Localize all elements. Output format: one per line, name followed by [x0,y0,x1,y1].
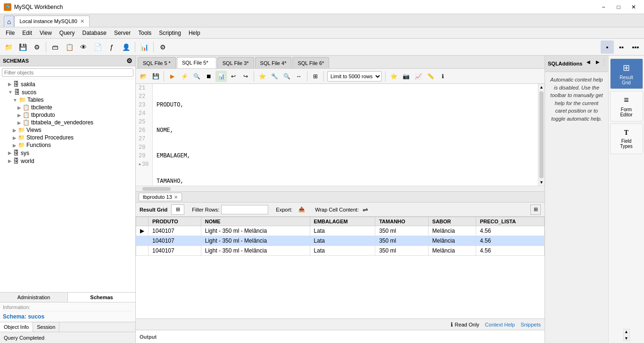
nav-forward[interactable]: ▶ [594,57,602,66]
tree-item-tbcliente[interactable]: ▶ 📋 tbcliente [0,104,135,111]
search-input[interactable] [2,68,133,77]
sql-stop[interactable]: ⏹ [203,71,215,82]
sql-profiling[interactable]: 📈 [413,71,424,82]
context-help-label[interactable]: Context Help [485,322,515,327]
tb-layout-2[interactable]: ▪▪ [615,41,628,54]
tb-save[interactable]: 💾 [16,41,29,54]
maximize-button[interactable]: □ [612,2,625,12]
scroll-up[interactable]: ▲ [538,84,545,90]
sql-tab-0[interactable]: SQL File 5 * [138,57,176,68]
app-title: MySQL Workbench [14,4,597,10]
menu-file[interactable]: File [2,28,18,38]
sql-tab-4[interactable]: SQL File 6* [292,57,329,68]
tb-settings[interactable]: ⚙ [156,41,169,54]
scroll-down[interactable]: ▼ [538,179,545,186]
tb-layout-1[interactable]: ▪ [601,41,614,54]
sql-add-bookmark[interactable]: ⭐ [256,71,268,82]
nav-bottom-object-info[interactable]: Object Info [0,322,33,332]
side-btn-result-grid[interactable]: ⊞ ResultGrid [610,58,643,89]
instance-tab-close[interactable]: ✕ [80,18,84,24]
menu-database[interactable]: Database [79,28,110,38]
result-tab-close[interactable]: ✕ [174,195,178,200]
tree-item-tables[interactable]: ▼ 📁 Tables [0,96,135,104]
sql-line[interactable]: 📏 [425,71,436,82]
menu-server[interactable]: Server [110,28,134,38]
close-button[interactable]: ✕ [627,2,640,12]
tree-item-sucos[interactable]: ▼ 🗄 sucos [0,88,135,96]
tb-new-table[interactable]: 📋 [63,41,76,54]
sql-info[interactable]: ℹ [437,71,448,82]
tree-item-stored-proc[interactable]: ▶ 📁 Stored Procedures [0,134,135,141]
sql-redo[interactable]: ↪ [240,71,251,82]
tree-item-world[interactable]: ▶ 🗄 world [0,157,135,165]
tb-new-user[interactable]: 👤 [119,41,132,54]
menu-tools[interactable]: Tools [134,28,155,38]
tb-layout-3[interactable]: ▪▪▪ [629,41,642,54]
sql-toggle-result[interactable]: 📊 [215,71,227,82]
result-options-btn[interactable]: ⊞ [530,204,541,215]
sql-open-file[interactable]: 📂 [138,71,149,82]
sql-snap[interactable]: 📷 [400,71,412,82]
sql-save[interactable]: 💾 [150,71,161,82]
tree-item-views[interactable]: ▶ 📁 Views [0,126,135,134]
tb-new-connection[interactable]: 📁 [2,41,15,54]
nav-bottom-session[interactable]: Session [33,322,59,332]
snippets-label[interactable]: Snippets [520,322,541,327]
table-row[interactable]: ▶ 1040107 Light - 350 ml - Melância Lata… [136,226,545,236]
editor-hscroll[interactable] [136,186,545,191]
side-vscroll[interactable]: ▲ ▼ [623,329,630,341]
sql-execute-all[interactable]: ▶ [166,71,178,82]
scroll-thumb[interactable] [539,91,544,178]
hscroll-thumb[interactable] [142,187,171,191]
tree-item-sakila[interactable]: ▶ 🗄 sakila [0,80,135,88]
tb-manage-connections[interactable]: ⚙ [30,41,43,54]
result-tab-tbproduto[interactable]: tbproduto 13 ✕ [139,193,182,201]
side-scroll-up[interactable]: ▲ [624,329,628,334]
instance-tab[interactable]: Local instance MySQL80 ✕ [14,16,89,27]
menu-edit[interactable]: Edit [18,28,36,38]
tree-item-tbtabela[interactable]: ▶ 📋 tbtabela_de_vendedores [0,119,135,126]
menu-scripting[interactable]: Scripting [155,28,185,38]
result-grid-icon[interactable]: ⊞ [171,204,184,215]
home-tab[interactable]: ⌂ [4,16,14,27]
menu-help[interactable]: Help [185,28,204,38]
tb-new-function[interactable]: ƒ [105,41,118,54]
tree-item-sys[interactable]: ▶ 🗄 sys [0,149,135,157]
nav-back[interactable]: ◀ [584,57,593,66]
sql-format[interactable]: 🔧 [269,71,280,82]
nav-tab-schemas[interactable]: Schemas [68,293,135,302]
sql-tab-3[interactable]: SQL File 4* [255,57,292,68]
sql-undo[interactable]: ↩ [228,71,239,82]
sql-replace[interactable]: ↔ [293,71,305,82]
tb-toggle-output[interactable]: 📊 [138,41,151,54]
tb-new-view[interactable]: 👁 [77,41,90,54]
sql-beautify[interactable]: ⊞ [310,71,321,82]
sql-content[interactable]: PRODUTO, NOME, EMBALAGEM, TAMANHO, SABOR… [153,84,538,186]
sql-execute-selection[interactable]: ⚡ [179,71,190,82]
side-btn-form-editor[interactable]: ≡ FormEditor [610,91,643,122]
sql-editor[interactable]: 21 22 23 24 25 26 27 28 29 ●30 PRODUTO, … [136,84,538,186]
ln-22: 22 [139,92,149,101]
sql-tab-2[interactable]: SQL File 3* [217,57,254,68]
table-row[interactable]: 1040107 Light - 350 ml - Melância Lata 3… [136,246,545,256]
filter-rows-input[interactable] [221,205,268,214]
sql-find[interactable]: 🔍 [281,71,292,82]
editor-vscroll[interactable]: ▲ ▼ [538,84,545,186]
sql-tab-1[interactable]: SQL File 5* [177,57,216,68]
sql-new-query[interactable]: ⭐ [388,71,399,82]
side-btn-field-types[interactable]: T FieldTypes [610,123,643,154]
nav-options-icon[interactable]: ⚙ [126,57,132,65]
menu-query[interactable]: Query [56,28,79,38]
nav-tab-administration[interactable]: Administration [0,293,68,302]
tree-item-tbproduto[interactable]: ▶ 📋 tbproduto [0,111,135,119]
minimize-button[interactable]: − [597,2,610,12]
tb-new-schema[interactable]: 🗃 [49,41,62,54]
sql-explain[interactable]: 🔍 [191,71,202,82]
menu-view[interactable]: View [36,28,56,38]
side-scroll-down[interactable]: ▼ [624,336,628,341]
table-row[interactable]: 1040107 Light - 350 ml - Melância Lata 3… [136,236,545,246]
tb-new-procedure[interactable]: 📄 [91,41,104,54]
tree-item-functions[interactable]: ▶ 📁 Functions [0,141,135,149]
limit-select[interactable]: Limit to 5000 rows [327,71,382,82]
export-btn[interactable]: 📤 [296,204,307,215]
